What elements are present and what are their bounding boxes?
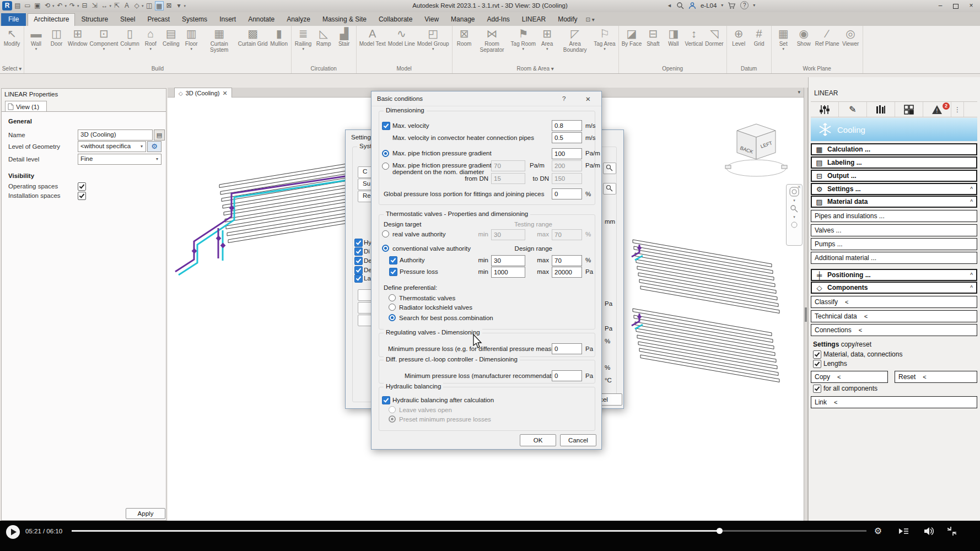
ribbon-button-room-area-area-boundary[interactable]: ◸Area Boundary (557, 27, 593, 53)
ribbon-button-build-roof[interactable]: ⌂Roof▾ (141, 27, 161, 51)
real-valve-max-input[interactable] (552, 229, 582, 240)
ribbon-button-build-ceiling[interactable]: ▤Ceiling (161, 27, 181, 47)
ribbon-button-room-area-tag-room[interactable]: ⚑Tag Room▾ (510, 27, 537, 51)
panel-splitter[interactable] (804, 88, 808, 521)
geometry-select[interactable]: <without specifica (78, 141, 146, 152)
positioning-button[interactable]: ╪Positioning ...^ (811, 269, 977, 281)
pressure-loss-checkbox[interactable] (389, 268, 397, 276)
ribbon-button-work-plane-viewer[interactable]: ◎Viewer (841, 27, 861, 47)
view-tab-list-icon[interactable]: ▾ (798, 89, 800, 95)
max-velocity-input[interactable] (552, 120, 582, 131)
ribbon-tab-collaborate[interactable]: Collaborate (373, 13, 418, 26)
collapse-arrow-icon[interactable]: ◄ (667, 3, 672, 8)
sync-icon-dropdown[interactable]: ▾ (52, 4, 55, 8)
collapse-chevron-icon[interactable]: ^ (970, 285, 973, 291)
minimize-button[interactable]: – (933, 0, 948, 12)
ribbon-tab-architecture[interactable]: Architecture (28, 13, 75, 26)
ribbon-panel-label-room-area[interactable]: Room & Area ▾ (454, 65, 617, 73)
redo-icon[interactable]: ↷ (68, 1, 77, 10)
navigation-bar[interactable]: ✕ ▾ ▾ (786, 184, 803, 246)
wheel-dropdown-icon[interactable]: ▾ (793, 198, 795, 203)
detail-caret-icon[interactable]: ▾ (156, 156, 158, 161)
sliders-icon[interactable] (811, 102, 839, 117)
grid-icon[interactable] (895, 102, 923, 117)
ribbon-button-build-column[interactable]: ▯Column▾ (119, 27, 140, 51)
sync-icon[interactable]: ⟲ (43, 1, 52, 10)
model-text-icon[interactable]: A (122, 1, 131, 10)
material-data-connections-checkbox[interactable] (813, 350, 821, 359)
components-button[interactable]: ◇Components^ (811, 282, 977, 294)
ribbon-button-datum-grid[interactable]: #Grid (749, 27, 769, 47)
pressure-loss-max-input[interactable] (552, 267, 582, 278)
ribbon-button-opening-by-face[interactable]: ◪By Face (621, 27, 643, 47)
ribbon-button-datum-level[interactable]: ⊕Level (729, 27, 749, 47)
gradient-radio[interactable] (382, 150, 389, 157)
properties-tab-view[interactable]: View (1) (5, 101, 47, 112)
zoom-dropdown-icon[interactable]: ▾ (793, 215, 795, 219)
volume-icon[interactable] (923, 525, 935, 537)
hydraulic-after-calc-checkbox[interactable] (382, 396, 390, 404)
aligned-dimension-icon[interactable]: ⇱ (112, 1, 121, 10)
cancel-button[interactable]: Cancel (560, 434, 596, 446)
ribbon-tab-manage[interactable]: Manage (445, 13, 481, 26)
export-icon[interactable]: ⇲ (90, 1, 99, 10)
dialog-titlebar[interactable]: Basic conditions ? ✕ (371, 91, 601, 106)
pressure-loss-min-input[interactable] (491, 267, 525, 278)
default-3d-view-icon[interactable]: ◇ (132, 1, 141, 10)
name-field[interactable]: 3D (Cooling) (78, 129, 153, 141)
connections-button[interactable]: Connections< (811, 324, 977, 336)
authority-max-input[interactable] (552, 255, 582, 266)
save-icon[interactable]: ▣ (33, 1, 42, 10)
signed-in-user[interactable]: e-L04 (701, 2, 717, 9)
apply-button[interactable]: Apply (126, 508, 165, 519)
ribbon-button-circulation-ramp[interactable]: ◺Ramp (314, 27, 334, 47)
labeling-button[interactable]: ▤Labeling ... (811, 156, 977, 169)
user-icon[interactable] (688, 2, 696, 9)
ribbon-button-build-door[interactable]: ◫Door (46, 27, 67, 47)
splitter-thumb[interactable] (805, 307, 807, 322)
preferential-radiator-radio[interactable] (389, 304, 396, 311)
ribbon-button-model-model-line[interactable]: ∿Model Line (387, 27, 416, 47)
geometry-settings-button[interactable]: ⚙ (147, 141, 161, 152)
geometry-caret-icon[interactable]: ▾ (141, 144, 143, 149)
ribbon-tab-massing-site[interactable]: Massing & Site (316, 13, 373, 26)
ribbon-button-opening-dormer[interactable]: ◹Dormer (704, 27, 724, 47)
technical-data-button[interactable]: Technical data< (811, 310, 977, 322)
zoom-icon[interactable] (790, 204, 799, 213)
ribbon-button-build-window[interactable]: ⊞Window (67, 27, 89, 47)
ribbon-tab-file[interactable]: File (1, 13, 26, 26)
ribbon-button-select-modify[interactable]: ↖Modify (2, 27, 22, 47)
conventional-radio[interactable] (382, 245, 389, 252)
dialog-close-button[interactable]: ✕ (585, 95, 591, 103)
default-3d-view-icon-dropdown[interactable]: ▾ (142, 4, 144, 8)
ribbon-tab-linear[interactable]: LINEAR (516, 13, 552, 26)
ribbon-tab-steel[interactable]: Steel (114, 13, 141, 26)
settings-button[interactable]: ⚙Settings ...^ (811, 183, 977, 195)
preferential-thermostatic-radio[interactable] (389, 294, 396, 301)
section-icon[interactable]: ◫ (145, 1, 154, 10)
help-icon[interactable]: ? (740, 1, 749, 9)
additional-material-button[interactable]: Additional material ... (811, 252, 977, 264)
ribbon-tab-add-ins[interactable]: Add-Ins (481, 13, 515, 26)
installation-spaces-checkbox[interactable] (78, 192, 86, 200)
calculation-button[interactable]: ▦Calculation ... (811, 143, 977, 155)
ribbon-button-work-plane-set[interactable]: ▦Set▾ (773, 27, 794, 51)
ribbon-button-model-model-group[interactable]: ◰Model Group▾ (416, 27, 450, 51)
output-button[interactable]: ⊟Output ... (811, 170, 977, 182)
pencil-icon[interactable]: ✎ (839, 102, 867, 117)
visibility-icon[interactable]: ▦ (155, 1, 164, 10)
settings-checkbox-4[interactable] (354, 266, 363, 274)
classify-button[interactable]: Classify< (811, 296, 977, 308)
properties-icon[interactable]: ▤ (13, 1, 22, 10)
name-browse-button[interactable]: ▤ (154, 129, 165, 141)
close-view-icon[interactable]: ✕ (222, 90, 227, 97)
global-loss-input[interactable] (552, 188, 582, 199)
ribbon-button-opening-shaft[interactable]: ⊟Shaft (643, 27, 663, 47)
ribbon-button-opening-vertical[interactable]: ↕Vertical (683, 27, 704, 47)
lengths-checkbox[interactable] (813, 360, 821, 368)
operating-spaces-checkbox[interactable] (78, 182, 86, 191)
ribbon-panel-label-select[interactable]: Select ▾ (2, 65, 22, 73)
convector-input[interactable] (552, 132, 582, 143)
valves-button[interactable]: Valves ... (811, 224, 977, 236)
link-button[interactable]: Link< (811, 396, 977, 408)
